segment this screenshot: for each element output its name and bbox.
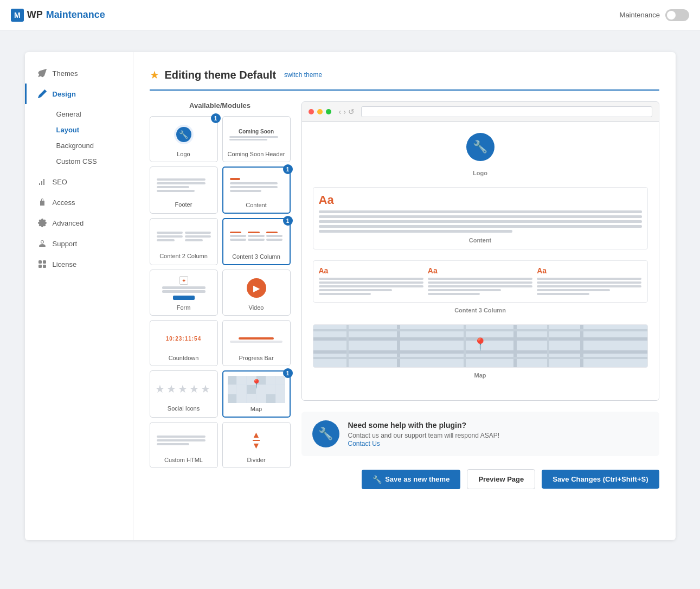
browser-nav: ‹ › ↺ xyxy=(339,107,355,116)
module-video[interactable]: ▶ Video xyxy=(222,270,291,316)
social-img: ★★★★★ xyxy=(155,375,213,402)
maintenance-toggle[interactable] xyxy=(665,9,689,21)
progress-img xyxy=(227,325,286,352)
footer-label: Footer xyxy=(155,201,213,208)
module-social[interactable]: ★★★★★ Social Icons xyxy=(150,370,218,418)
switch-theme-link[interactable]: switch theme xyxy=(284,71,322,79)
module-custom-html[interactable]: Custom HTML xyxy=(150,422,218,468)
refresh-icon: ↺ xyxy=(348,107,355,116)
sidebar-subitem-general[interactable]: General xyxy=(51,106,133,122)
save-changes-button[interactable]: Save Changes (Ctrl+Shift+S) xyxy=(542,470,659,489)
module-content3[interactable]: 1 xyxy=(222,218,291,265)
help-text: Need some help with the plugin? Contact … xyxy=(348,421,500,447)
sidebar-subitem-background[interactable]: Background xyxy=(51,138,133,153)
themes-label: Themes xyxy=(53,69,78,78)
content3-badge: 1 xyxy=(283,216,293,226)
three-col-mock: Aa Aa xyxy=(313,260,648,303)
seo-label: SEO xyxy=(53,178,67,186)
module-countdown[interactable]: 10:23:11:54 Countdown xyxy=(150,320,218,366)
browser-dot-green xyxy=(326,109,331,114)
tcm-line-1-4 xyxy=(319,289,392,291)
content-badge: 1 xyxy=(283,164,293,174)
design-subitems: General Layout Background Custom CSS xyxy=(25,104,133,171)
access-label: Access xyxy=(53,199,75,207)
preview-column: ‹ › ↺ 🔧 Logo xyxy=(301,101,659,489)
help-title: Need some help with the plugin? xyxy=(348,421,500,430)
module-content[interactable]: 1 Content xyxy=(222,167,291,214)
module-divider[interactable]: ▲ ▼ Divider xyxy=(222,422,291,468)
module-logo[interactable]: 1 🔧 Logo xyxy=(150,116,218,162)
main-container: Themes Design General Layout Background … xyxy=(25,52,676,540)
modules-grid: 1 🔧 Logo Coming Soon xyxy=(150,116,291,468)
map-pin-icon: 📍 xyxy=(473,337,487,351)
sidebar-item-access[interactable]: Access xyxy=(25,192,133,213)
content-area: ★ Editing theme Default switch theme Ava… xyxy=(133,52,676,540)
module-map[interactable]: 1 📍 Map xyxy=(222,370,291,418)
logo: M WPMaintenance xyxy=(11,9,105,22)
sidebar-item-advanced[interactable]: Advanced xyxy=(25,213,133,233)
help-avatar: 🔧 xyxy=(312,420,339,447)
custom-html-label: Custom HTML xyxy=(155,457,213,463)
support-label: Support xyxy=(53,240,78,248)
tcm-line-1-5 xyxy=(319,293,371,295)
forward-icon: › xyxy=(343,107,346,116)
content2-label: Content 2 Column xyxy=(155,253,213,259)
modules-column: Available/Modules 1 🔧 Logo xyxy=(150,101,291,489)
preview-content3-section: Aa Aa xyxy=(313,260,648,313)
logo-img: 🔧 xyxy=(155,121,213,148)
countdown-label: Countdown xyxy=(155,355,213,361)
contact-us-link[interactable]: Contact Us xyxy=(348,440,380,447)
star-icon: ★ xyxy=(150,68,159,81)
browser-dot-yellow xyxy=(317,109,323,114)
tcm-col-1: Aa xyxy=(319,266,423,297)
design-columns: Available/Modules 1 🔧 Logo xyxy=(150,101,659,489)
sidebar-subitem-layout[interactable]: Layout xyxy=(51,122,133,138)
preview-logo-label: Logo xyxy=(313,170,648,176)
content-aa-label: Aa xyxy=(319,193,642,207)
sidebar-item-support[interactable]: Support xyxy=(25,233,133,254)
save-as-new-theme-button[interactable]: 🔧 Save as new theme xyxy=(362,470,460,489)
module-content2[interactable]: Content 2 Column xyxy=(150,218,218,265)
module-form[interactable]: ✦ Form xyxy=(150,270,218,316)
tcm-aa-2: Aa xyxy=(428,266,532,275)
divider-label: Divider xyxy=(227,457,286,463)
tcm-line-2-1 xyxy=(428,278,532,280)
lock-icon xyxy=(37,197,47,207)
content2-img xyxy=(155,223,213,250)
sidebar-subitem-customcss[interactable]: Custom CSS xyxy=(51,153,133,169)
module-progress[interactable]: Progress Bar xyxy=(222,320,291,366)
sidebar-item-license[interactable]: License xyxy=(25,254,133,274)
tcm-line-2-3 xyxy=(428,285,532,287)
tcm-col-3: Aa xyxy=(537,266,641,297)
tcm-col-2: Aa xyxy=(428,266,532,297)
module-footer[interactable]: Footer xyxy=(150,167,218,214)
preview-logo-area: 🔧 xyxy=(313,133,648,161)
custom-html-img xyxy=(155,427,213,454)
help-box: 🔧 Need some help with the plugin? Contac… xyxy=(301,412,659,456)
grid-icon xyxy=(37,259,47,269)
logo-wp: WP xyxy=(27,9,43,21)
form-img: ✦ xyxy=(155,274,213,302)
tcm-line-3-2 xyxy=(537,281,641,284)
sidebar-item-seo[interactable]: SEO xyxy=(25,171,133,192)
pencil-icon xyxy=(37,89,47,99)
sidebar: Themes Design General Layout Background … xyxy=(25,52,133,540)
topbar-right: Maintenance xyxy=(620,9,689,21)
sidebar-item-design[interactable]: Design xyxy=(25,84,133,104)
preview-page-button[interactable]: Preview Page xyxy=(467,469,535,489)
content-line-2 xyxy=(319,215,642,218)
tcm-line-2-5 xyxy=(428,293,480,295)
countdown-img: 10:23:11:54 xyxy=(155,325,213,352)
sidebar-item-themes[interactable]: Themes xyxy=(25,63,133,84)
content-line-5 xyxy=(319,230,513,233)
progress-label: Progress Bar xyxy=(227,355,286,361)
person-icon xyxy=(37,239,47,248)
tcm-line-1-3 xyxy=(319,285,423,287)
logo-maint: Maintenance xyxy=(46,9,105,21)
preview-logo-img: 🔧 xyxy=(466,133,495,161)
module-coming-soon[interactable]: Coming Soon Coming Soon Header xyxy=(222,116,291,162)
gear-icon xyxy=(37,218,47,228)
map-img: 📍 xyxy=(228,376,285,403)
video-img: ▶ xyxy=(227,274,286,302)
maintenance-label: Maintenance xyxy=(620,11,660,19)
